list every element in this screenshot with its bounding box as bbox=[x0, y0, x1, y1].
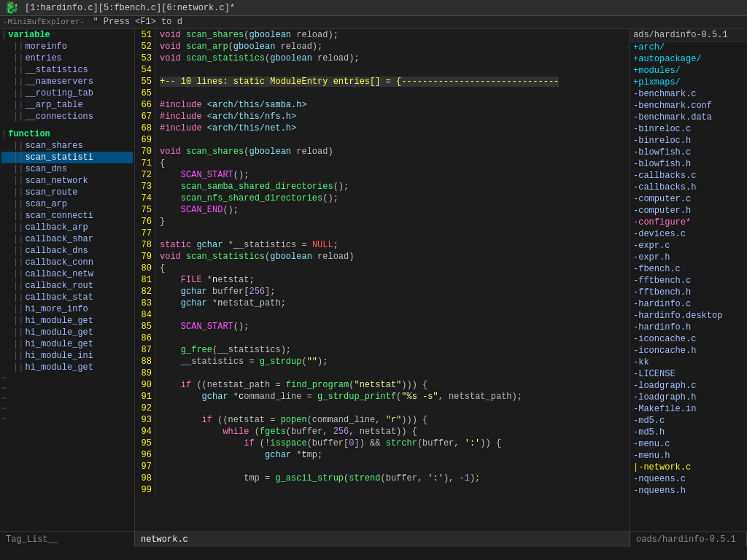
file-item[interactable]: |-network.c bbox=[630, 462, 747, 473]
tag-function-item[interactable]: ||hi_module_get bbox=[1, 338, 133, 350]
tag-function-item[interactable]: ||scan_connecti bbox=[1, 210, 133, 222]
file-item[interactable]: -iconcache.c bbox=[630, 333, 747, 345]
tag-function-item[interactable]: ||callback_netw bbox=[1, 268, 133, 280]
tag-function-item[interactable]: ||callback_rout bbox=[1, 280, 133, 292]
code-line[interactable]: 88 __statistics = g_strdup(""); bbox=[135, 356, 630, 368]
code-line[interactable]: 68#include <arch/this/net.h> bbox=[135, 122, 630, 134]
tag-item[interactable]: ||__routing_tab bbox=[1, 88, 133, 99]
file-item[interactable]: -benchmark.c bbox=[630, 88, 747, 100]
tag-item[interactable]: ||moreinfo bbox=[1, 41, 133, 52]
file-item[interactable]: -configure* bbox=[630, 217, 747, 228]
code-line[interactable]: 53void scan_statistics(gboolean reload); bbox=[135, 52, 630, 64]
file-item[interactable]: -hardinfo.c bbox=[630, 298, 747, 310]
file-item[interactable]: +pixmaps/ bbox=[630, 77, 747, 88]
file-item[interactable]: -benchmark.conf bbox=[630, 100, 747, 112]
code-line[interactable]: 90 if ((netstat_path = find_program("net… bbox=[135, 379, 630, 391]
tag-function-item[interactable]: ||scan_route bbox=[1, 187, 133, 198]
code-line[interactable]: 72 SCAN_START(); bbox=[135, 169, 630, 181]
code-line[interactable]: 86 bbox=[135, 332, 630, 344]
tag-function-item[interactable]: ||hi_more_info bbox=[1, 303, 133, 315]
tag-item[interactable]: ||entries bbox=[1, 52, 133, 64]
tag-function-item[interactable]: ||hi_module_ini bbox=[1, 350, 133, 362]
file-item[interactable]: -blowfish.h bbox=[630, 158, 747, 170]
code-line[interactable]: 82 gchar buffer[256]; bbox=[135, 286, 630, 298]
code-line[interactable]: 54 bbox=[135, 64, 630, 76]
file-item[interactable]: -iconcache.h bbox=[630, 345, 747, 357]
code-line[interactable]: 91 gchar *command_line = g_strdup_printf… bbox=[135, 391, 630, 402]
file-item[interactable]: -callbacks.c bbox=[630, 170, 747, 182]
code-line[interactable]: 71{ bbox=[135, 158, 630, 169]
tag-function-item[interactable]: ||scan_statisti bbox=[1, 152, 133, 163]
file-item[interactable]: -md5.h bbox=[630, 427, 747, 438]
file-explorer[interactable]: ads/hardinfo-0.5.1 +arch/+autopackage/+m… bbox=[630, 29, 747, 531]
file-item[interactable]: -loadgraph.c bbox=[630, 380, 747, 392]
code-line[interactable]: 69 bbox=[135, 134, 630, 146]
code-line[interactable]: 81 FILE *netstat; bbox=[135, 274, 630, 286]
file-item[interactable]: -binreloc.c bbox=[630, 123, 747, 135]
file-item[interactable]: -fbench.c bbox=[630, 263, 747, 275]
tab-list[interactable]: [1:hardinfo.c][5:fbench.c][6:network.c]* bbox=[25, 3, 235, 13]
file-item[interactable]: -loadgraph.h bbox=[630, 392, 747, 403]
file-item[interactable]: -expr.h bbox=[630, 252, 747, 263]
code-line[interactable]: 67#include <arch/this/nfs.h> bbox=[135, 111, 630, 122]
tag-item[interactable]: ||__nameservers bbox=[1, 76, 133, 88]
code-line[interactable]: 97 bbox=[135, 461, 630, 472]
code-line[interactable]: 79void scan_statistics(gboolean reload) bbox=[135, 251, 630, 262]
file-item[interactable]: -menu.c bbox=[630, 438, 747, 450]
file-item[interactable]: +arch/ bbox=[630, 42, 747, 53]
file-item[interactable]: -callbacks.h bbox=[630, 182, 747, 193]
code-line[interactable]: 75 SCAN_END(); bbox=[135, 204, 630, 216]
code-line[interactable]: 74 scan_nfs_shared_directories(); bbox=[135, 192, 630, 204]
tag-function-item[interactable]: ||scan_network bbox=[1, 175, 133, 187]
code-line[interactable]: 99 bbox=[135, 484, 630, 496]
code-line[interactable]: 98 tmp = g_ascii_strup(strend(buffer, ':… bbox=[135, 472, 630, 484]
code-line[interactable]: 52void scan_arp(gboolean reload); bbox=[135, 41, 630, 52]
tag-function-item[interactable]: ||callback_shar bbox=[1, 233, 133, 245]
code-line[interactable]: 84 bbox=[135, 309, 630, 321]
file-item[interactable]: -nqueens.c bbox=[630, 473, 747, 485]
file-item[interactable]: -devices.c bbox=[630, 228, 747, 240]
taglist-panel[interactable]: | variable ||moreinfo||entries||__statis… bbox=[0, 29, 135, 531]
tag-function-item[interactable]: ||hi_module_get bbox=[1, 315, 133, 327]
file-item[interactable]: -benchmark.data bbox=[630, 112, 747, 123]
code-line[interactable]: 85 SCAN_START(); bbox=[135, 321, 630, 332]
tag-function-item[interactable]: ||callback_conn bbox=[1, 257, 133, 268]
code-line[interactable]: 70void scan_shares(gboolean reload) bbox=[135, 146, 630, 158]
file-item[interactable]: -fftbench.c bbox=[630, 275, 747, 287]
code-line[interactable]: 78static gchar *__statistics = NULL; bbox=[135, 239, 630, 251]
tag-function-item[interactable]: ||hi_module_get bbox=[1, 327, 133, 338]
file-item[interactable]: -Makefile.in bbox=[630, 403, 747, 415]
file-item[interactable]: -nqueens.h bbox=[630, 485, 747, 497]
code-line[interactable]: 80{ bbox=[135, 262, 630, 274]
code-line[interactable]: 83 gchar *netstat_path; bbox=[135, 298, 630, 309]
code-line[interactable]: 93 if ((netstat = popen(command_line, "r… bbox=[135, 414, 630, 426]
code-line[interactable]: 92 bbox=[135, 402, 630, 414]
tag-function-item[interactable]: ||callback_arp bbox=[1, 222, 133, 233]
tag-function-item[interactable]: ||callback_stat bbox=[1, 292, 133, 303]
file-item[interactable]: -LICENSE bbox=[630, 368, 747, 380]
code-line[interactable]: 51void scan_shares(gboolean reload); bbox=[135, 29, 630, 41]
file-item[interactable]: -fftbench.h bbox=[630, 287, 747, 298]
code-line[interactable]: 87 g_free(__statistics); bbox=[135, 344, 630, 356]
code-line[interactable]: 96 gchar *tmp; bbox=[135, 449, 630, 461]
code-line[interactable]: 66#include <arch/this/samba.h> bbox=[135, 99, 630, 111]
file-item[interactable]: -menu.h bbox=[630, 450, 747, 462]
code-line[interactable]: 95 if (!isspace(buffer[0]) && strchr(buf… bbox=[135, 438, 630, 449]
file-item[interactable]: -blowfish.c bbox=[630, 147, 747, 158]
file-item[interactable]: -hardinfo.desktop bbox=[630, 310, 747, 322]
file-item[interactable]: -expr.c bbox=[630, 240, 747, 252]
code-line[interactable]: 94 while (fgets(buffer, 256, netstat)) { bbox=[135, 426, 630, 438]
code-line[interactable]: 89 bbox=[135, 368, 630, 379]
code-line[interactable]: 77 bbox=[135, 228, 630, 239]
tag-item[interactable]: ||__arp_table bbox=[1, 99, 133, 111]
code-line[interactable]: 55+-- 10 lines: static ModuleEntry entri… bbox=[135, 76, 630, 88]
tag-function-item[interactable]: ||scan_dns bbox=[1, 163, 133, 175]
file-item[interactable]: -hardinfo.h bbox=[630, 322, 747, 333]
file-item[interactable]: -kk bbox=[630, 357, 747, 368]
file-item[interactable]: +modules/ bbox=[630, 65, 747, 77]
tag-function-item[interactable]: ||scan_arp bbox=[1, 198, 133, 210]
code-line[interactable]: 65 bbox=[135, 88, 630, 99]
tag-item[interactable]: ||__statistics bbox=[1, 64, 133, 76]
tag-function-item[interactable]: ||hi_module_get bbox=[1, 362, 133, 373]
tag-function-item[interactable]: ||callback_dns bbox=[1, 245, 133, 257]
